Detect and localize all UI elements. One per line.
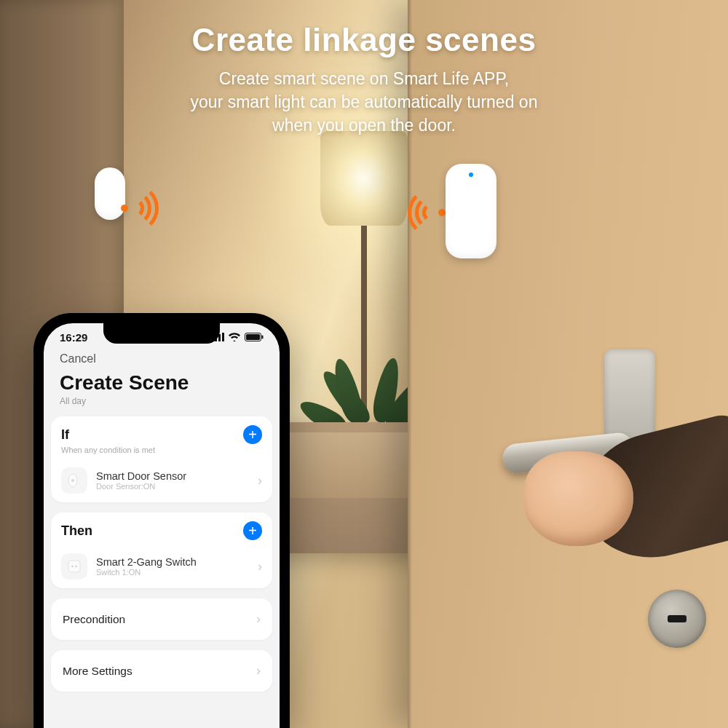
signal-waves-icon: [124, 179, 182, 237]
svg-point-11: [75, 566, 76, 567]
svg-rect-3: [222, 333, 224, 341]
action-row[interactable]: Smart 2-Gang Switch Switch 1:ON ›: [61, 547, 262, 579]
add-condition-button[interactable]: +: [243, 425, 262, 444]
battery-icon: [245, 333, 264, 341]
then-action-card: Then + Smart 2-Gang Switch Switch 1:ON ›: [51, 513, 272, 588]
row-label: More Settings: [63, 665, 132, 678]
device-name: Smart 2-Gang Switch: [96, 556, 249, 568]
page-title: Create Scene: [44, 371, 280, 396]
phone-notch: [103, 323, 220, 344]
marketing-subline: your smart light can be automatically tu…: [191, 92, 538, 111]
signal-waves-icon: [386, 183, 444, 242]
door-sensor-icon: [61, 467, 87, 494]
marketing-subline: when you open the door.: [272, 116, 456, 135]
chevron-right-icon: ›: [258, 473, 262, 488]
door-keyhole: [648, 590, 706, 648]
chevron-right-icon: ›: [258, 559, 262, 574]
svg-point-8: [71, 479, 74, 482]
device-status: Door Sensor:ON: [96, 482, 249, 491]
row-label: Precondition: [63, 613, 125, 626]
chevron-right-icon: ›: [256, 612, 261, 627]
hand-on-door: [480, 408, 728, 575]
device-status: Switch 1:ON: [96, 568, 249, 577]
svg-rect-5: [246, 334, 260, 340]
condition-row[interactable]: Smart Door Sensor Door Sensor:ON ›: [61, 462, 262, 494]
phone-mockup: 16:29 Cancel Create Scene All day If + W…: [33, 313, 290, 728]
if-condition-card: If + When any condition is met Smart Doo…: [51, 416, 272, 502]
if-subtitle: When any condition is met: [61, 446, 262, 454]
svg-rect-6: [262, 336, 264, 339]
svg-rect-9: [68, 561, 80, 572]
switch-icon: [61, 553, 87, 579]
chevron-right-icon: ›: [256, 663, 261, 678]
door-sensor-main: [446, 164, 496, 258]
wifi-icon: [229, 333, 240, 341]
page-subtitle: All day: [44, 396, 280, 416]
add-action-button[interactable]: +: [243, 521, 262, 540]
svg-point-10: [71, 566, 73, 567]
if-title: If: [61, 427, 69, 443]
then-title: Then: [61, 523, 92, 539]
cancel-button[interactable]: Cancel: [60, 352, 96, 365]
more-settings-row[interactable]: More Settings ›: [51, 650, 272, 692]
status-time: 16:29: [60, 331, 87, 344]
marketing-subline: Create smart scene on Smart Life APP,: [219, 69, 509, 88]
marketing-headline: Create linkage scenes: [36, 22, 692, 58]
device-name: Smart Door Sensor: [96, 470, 249, 482]
precondition-row[interactable]: Precondition ›: [51, 598, 272, 640]
